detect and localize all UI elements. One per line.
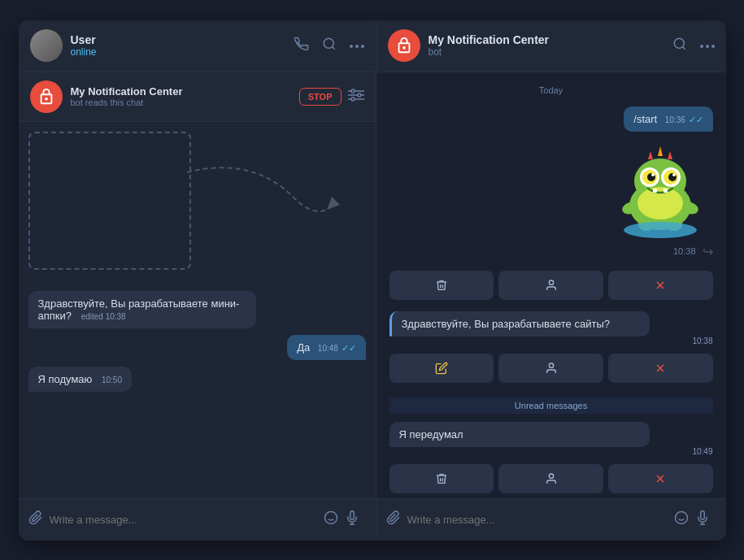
close-button-2[interactable] bbox=[608, 354, 713, 383]
message-row: /start 10:36 ✓✓ bbox=[389, 106, 713, 132]
svg-point-21 bbox=[711, 45, 715, 48]
action-buttons-1 bbox=[389, 271, 713, 300]
unread-divider: Unread messages bbox=[389, 397, 713, 414]
contact-name: User bbox=[71, 33, 294, 46]
message-text: Я подумаю bbox=[38, 373, 93, 385]
user-button-1[interactable] bbox=[498, 271, 603, 300]
right-header: My Notification Center bot bbox=[376, 20, 726, 72]
left-header: User online bbox=[19, 20, 376, 72]
right-chat-body: Today /start 10:36 ✓✓ bbox=[376, 72, 726, 498]
svg-point-0 bbox=[324, 38, 333, 48]
svg-point-37 bbox=[672, 173, 676, 176]
start-time: 10:36 bbox=[665, 115, 685, 124]
message-input[interactable] bbox=[50, 514, 324, 526]
msg-text-2: Я передумал bbox=[399, 428, 463, 441]
svg-point-19 bbox=[700, 45, 703, 48]
svg-point-46 bbox=[549, 363, 553, 367]
mic-icon[interactable] bbox=[345, 510, 359, 529]
header-icons bbox=[294, 37, 364, 54]
svg-rect-42 bbox=[664, 189, 668, 193]
right-mic-icon[interactable] bbox=[695, 510, 710, 529]
right-more-icon[interactable] bbox=[700, 37, 715, 54]
message-row: Я передумал 10:49 bbox=[389, 422, 713, 456]
sticker-time-row: 10:38 ↪ bbox=[673, 244, 713, 259]
app-container: User online My Notification Ce bbox=[19, 20, 726, 540]
right-message-input[interactable] bbox=[407, 514, 674, 526]
dashed-placeholder bbox=[28, 132, 366, 278]
trash-button-1[interactable] bbox=[389, 271, 494, 300]
action-buttons-2 bbox=[389, 354, 713, 383]
svg-point-12 bbox=[324, 511, 337, 523]
right-panel: My Notification Center bot Today /start bbox=[376, 20, 726, 540]
attach-icon[interactable] bbox=[28, 510, 43, 529]
svg-rect-41 bbox=[653, 189, 657, 193]
emoji-icon[interactable] bbox=[324, 510, 338, 529]
user-button-3[interactable] bbox=[498, 464, 603, 493]
message-row: Здравствуйте, Вы разрабатываете сайты? 1… bbox=[389, 311, 713, 345]
svg-point-3 bbox=[355, 45, 359, 48]
msg-time-2: 10:49 bbox=[389, 447, 713, 456]
bubble-left: Здравствуйте, Вы разрабатываете мини-апп… bbox=[28, 291, 256, 328]
svg-point-36 bbox=[651, 173, 655, 176]
read-check: ✓✓ bbox=[689, 115, 703, 124]
svg-point-8 bbox=[351, 89, 355, 93]
right-input-bar bbox=[376, 498, 726, 540]
svg-point-4 bbox=[361, 45, 364, 48]
message-row: Я подумаю 10:50 bbox=[28, 367, 366, 392]
read-check: ✓✓ bbox=[342, 343, 356, 353]
msg-text-1: Здравствуйте, Вы разрабатываете сайты? bbox=[402, 318, 610, 330]
right-attach-icon[interactable] bbox=[386, 510, 401, 529]
svg-point-10 bbox=[351, 98, 355, 101]
svg-marker-40 bbox=[668, 151, 672, 159]
search-icon[interactable] bbox=[322, 37, 337, 54]
sticker-image bbox=[607, 137, 713, 242]
svg-marker-38 bbox=[648, 151, 653, 159]
msg-time-1: 10:38 bbox=[389, 336, 713, 345]
trash-button-3[interactable] bbox=[389, 464, 494, 493]
header-info: User online bbox=[71, 33, 294, 58]
more-icon[interactable] bbox=[350, 37, 364, 54]
message-text: Здравствуйте, Вы разрабатываете мини-апп… bbox=[38, 297, 240, 322]
avatar bbox=[30, 29, 63, 62]
bot-name: My Notification Center bbox=[71, 85, 299, 98]
dashed-box bbox=[28, 132, 191, 270]
phone-icon[interactable] bbox=[294, 37, 309, 54]
chat-list-info: My Notification Center bot reads this ch… bbox=[71, 85, 299, 107]
filter-icon[interactable] bbox=[348, 89, 364, 105]
svg-point-43 bbox=[549, 280, 553, 284]
close-button-3[interactable] bbox=[608, 464, 713, 493]
right-bot-name: My Notification Center bbox=[429, 33, 672, 46]
close-button-1[interactable] bbox=[608, 271, 713, 300]
msg-bubble-1: Здравствуйте, Вы разрабатываете сайты? bbox=[389, 311, 650, 336]
bubble-right: Да 10:48 ✓✓ bbox=[287, 335, 365, 360]
edit-button[interactable] bbox=[389, 354, 494, 383]
svg-marker-11 bbox=[327, 197, 340, 210]
svg-point-29 bbox=[624, 222, 697, 238]
message-time: 10:50 bbox=[102, 376, 122, 384]
forward-icon[interactable]: ↪ bbox=[703, 244, 713, 259]
user-button-2[interactable] bbox=[498, 354, 603, 383]
left-chat-body: Здравствуйте, Вы разрабатываете мини-апп… bbox=[19, 122, 376, 498]
msg-bubble-2: Я передумал bbox=[389, 422, 650, 447]
message-text: Да bbox=[297, 341, 310, 354]
sticker-time: 10:38 bbox=[673, 246, 696, 256]
svg-point-9 bbox=[358, 93, 361, 97]
contact-status: online bbox=[71, 46, 294, 58]
action-buttons-3 bbox=[389, 464, 713, 493]
right-bot-avatar bbox=[388, 29, 420, 62]
bubble-left: Я подумаю 10:50 bbox=[28, 367, 133, 392]
right-bot-sub: bot bbox=[429, 46, 672, 58]
right-header-info: My Notification Center bot bbox=[429, 33, 672, 58]
left-input-bar bbox=[19, 498, 376, 540]
right-emoji-icon[interactable] bbox=[674, 510, 689, 529]
left-panel: User online My Notification Ce bbox=[19, 20, 376, 540]
right-search-icon[interactable] bbox=[672, 37, 687, 54]
right-header-icons bbox=[672, 37, 715, 54]
message-time: edited 10:38 bbox=[81, 312, 126, 321]
bot-avatar bbox=[30, 80, 63, 113]
svg-point-20 bbox=[706, 45, 709, 48]
stop-button[interactable]: STOP bbox=[299, 88, 342, 106]
chat-list-item[interactable]: My Notification Center bot reads this ch… bbox=[19, 72, 376, 122]
svg-point-52 bbox=[675, 511, 687, 523]
svg-marker-39 bbox=[658, 146, 663, 156]
